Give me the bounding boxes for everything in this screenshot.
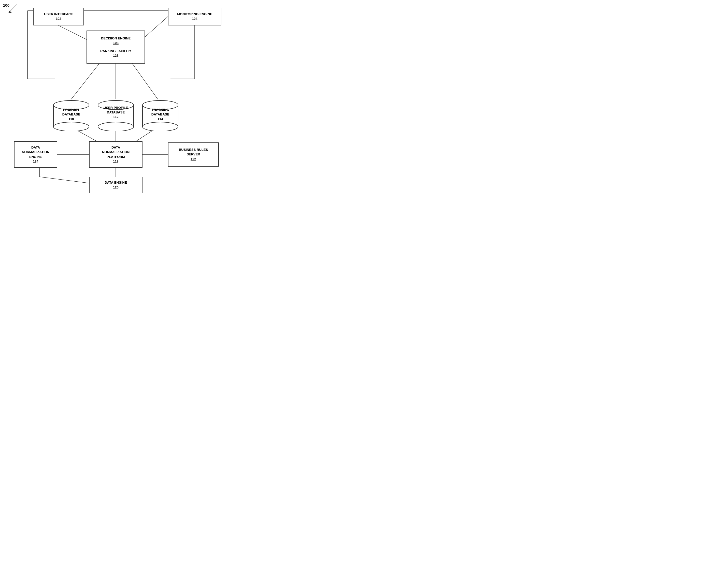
- svg-line-8: [71, 64, 99, 99]
- data-normalization-platform-box: DATANORMALIZATIONPLATFORM 118: [89, 141, 143, 168]
- user-interface-ref: 102: [56, 17, 61, 21]
- business-rules-server-ref: 122: [191, 157, 196, 162]
- svg-line-10: [132, 64, 158, 99]
- svg-line-20: [39, 177, 89, 183]
- svg-line-3: [145, 17, 168, 37]
- decision-engine-label: DECISION ENGINE: [101, 36, 131, 41]
- data-normalization-engine-ref: 124: [33, 159, 38, 164]
- data-normalization-platform-label: DATANORMALIZATIONPLATFORM: [102, 145, 130, 159]
- svg-point-25: [53, 122, 89, 131]
- product-database-cylinder: PRODUCTDATABASE 110: [51, 98, 91, 132]
- figure-ref-arrow: [7, 4, 17, 14]
- data-normalization-platform-ref: 118: [113, 159, 118, 164]
- monitoring-engine-box: MONITORING ENGINE 104: [168, 8, 221, 25]
- data-engine-box: DATA ENGINE 120: [89, 177, 143, 193]
- svg-line-0: [9, 5, 17, 12]
- user-interface-box: USER INTERFACE 102: [33, 8, 84, 25]
- svg-point-35: [143, 122, 178, 131]
- business-rules-server-box: BUSINESS RULESSERVER 122: [168, 142, 219, 167]
- user-interface-label: USER INTERFACE: [44, 12, 73, 17]
- product-database-label: PRODUCTDATABASE 110: [51, 107, 91, 121]
- decision-engine-box: DECISION ENGINE 108 RANKING FACILITY 128: [86, 30, 145, 64]
- monitoring-engine-ref: 104: [192, 17, 198, 21]
- user-profile-database-label: USER PROFILEDATABASE 112: [95, 105, 136, 119]
- svg-point-30: [98, 122, 134, 131]
- tracking-database-cylinder: TRACKINGDATABASE 114: [140, 98, 181, 132]
- user-profile-database-cylinder: USER PROFILEDATABASE 112: [95, 98, 136, 132]
- data-normalization-engine-label: DATANORMALIZATIONENGINE: [22, 145, 49, 159]
- business-rules-server-label: BUSINESS RULESSERVER: [179, 148, 208, 157]
- diagram-container: 100: [0, 0, 254, 200]
- monitoring-engine-label: MONITORING ENGINE: [177, 12, 212, 17]
- data-engine-ref: 120: [113, 185, 118, 190]
- svg-line-2: [58, 25, 86, 39]
- ranking-facility-ref: 128: [113, 53, 118, 58]
- data-normalization-engine-box: DATANORMALIZATIONENGINE 124: [14, 141, 57, 168]
- data-engine-label: DATA ENGINE: [104, 180, 127, 185]
- ranking-facility-label: RANKING FACILITY: [100, 49, 131, 53]
- tracking-database-label: TRACKINGDATABASE 114: [140, 107, 181, 121]
- decision-engine-ref: 108: [113, 41, 118, 45]
